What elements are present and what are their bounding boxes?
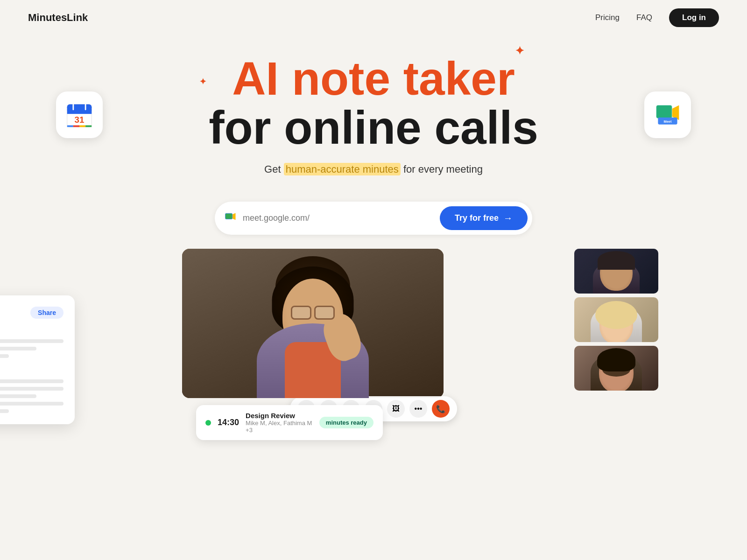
meeting-notification: 14:30 Design Review Mike M, Alex, Fathim… <box>196 405 383 440</box>
minutes-label: Meeting Minutes <box>0 367 63 375</box>
subtitle-highlight: human-accurate minutes <box>284 163 401 175</box>
sparkle-small-icon: ✦ <box>199 77 206 86</box>
nav-right: Pricing FAQ Log in <box>595 8 719 27</box>
end-call-button[interactable]: 📞 <box>432 400 450 418</box>
meeting-title: Design Review <box>246 412 313 420</box>
minutes-line-5 <box>0 409 9 413</box>
main-video-person <box>182 249 444 398</box>
svg-rect-9 <box>79 126 85 127</box>
hero-title-line2: for online calls <box>209 103 538 152</box>
minutes-line-3 <box>0 394 36 398</box>
video-thumb-1 <box>574 249 658 294</box>
minutes-line-1 <box>0 379 63 383</box>
meet-input-icon <box>224 211 237 226</box>
main-video <box>182 249 444 398</box>
hero-section: 31 Meet AI note taker ✦ <box>0 35 747 185</box>
navbar: MinutesLink Pricing FAQ Log in <box>0 0 747 35</box>
svg-rect-12 <box>656 105 672 118</box>
minutes-line-2 <box>0 387 63 391</box>
meeting-people: Mike M, Alex, Fathima M +3 <box>246 420 313 434</box>
try-label: Try for free <box>455 213 499 223</box>
logo[interactable]: MinutesLink <box>28 12 88 24</box>
google-calendar-icon: 31 <box>56 91 103 138</box>
svg-rect-17 <box>226 213 233 219</box>
sparkle-icon: ✦ <box>515 45 524 56</box>
video-thumb-3 <box>574 346 658 391</box>
svg-rect-7 <box>67 126 73 127</box>
share-button[interactable]: Share <box>30 307 63 319</box>
agenda-line-3 <box>0 354 9 358</box>
meeting-info: Design Review Mike M, Alex, Fathima M +3 <box>246 412 313 434</box>
logo-text: MinutesLink <box>28 12 88 24</box>
svg-rect-8 <box>73 126 79 127</box>
agenda-label: Agenda <box>0 327 63 335</box>
demo-section: Meeting Summary Share Agenda Meeting Min… <box>0 249 747 398</box>
agenda-line-1 <box>0 339 63 343</box>
hero-title-line1: AI note taker ✦ ✦ <box>232 54 515 103</box>
meeting-summary-panel: Meeting Summary Share Agenda Meeting Min… <box>0 295 75 424</box>
meeting-time: 14:30 <box>218 418 239 427</box>
online-indicator <box>205 420 211 426</box>
hero-subtitle: Get human-accurate minutes for every mee… <box>0 163 747 175</box>
video-thumb-2 <box>574 297 658 342</box>
arrow-icon: → <box>503 213 513 224</box>
nav-faq[interactable]: FAQ <box>636 13 652 22</box>
present-button[interactable]: 🖼 <box>387 400 405 418</box>
svg-rect-10 <box>85 126 92 127</box>
agenda-line-2 <box>0 347 36 350</box>
input-bar: Try for free → <box>215 202 532 235</box>
svg-text:31: 31 <box>75 115 85 125</box>
google-meet-icon: Meet <box>644 91 691 138</box>
input-bar-wrapper: Try for free → <box>0 202 747 235</box>
minutes-ready-badge: minutes ready <box>319 417 374 428</box>
video-thumbnails <box>574 249 658 391</box>
more-button[interactable]: ••• <box>409 400 427 418</box>
svg-text:Meet: Meet <box>663 119 672 124</box>
svg-marker-18 <box>233 213 236 220</box>
svg-rect-3 <box>67 107 92 111</box>
minutes-line-4 <box>0 402 63 406</box>
nav-pricing[interactable]: Pricing <box>595 13 620 22</box>
meeting-url-input[interactable] <box>243 213 434 223</box>
video-area: 🎙 📷 🖥 😊 🖼 ••• 📞 14:30 Design Review Mike… <box>182 249 565 398</box>
try-for-free-button[interactable]: Try for free → <box>440 206 528 230</box>
login-button[interactable]: Log in <box>669 8 719 27</box>
